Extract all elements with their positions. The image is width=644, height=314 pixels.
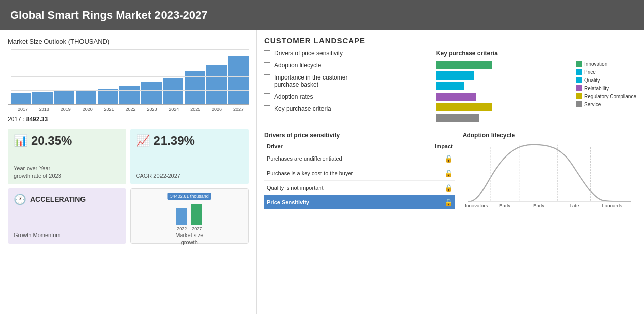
accelerating-title: ACCELERATING [30,195,86,203]
customer-list: Drivers of price sensitivityAdoption lif… [264,50,431,124]
chart-title: Market Size Outlook (THOUSAND) [8,38,249,45]
market-bar-chart [8,49,249,105]
svg-text:Early: Early [533,203,544,207]
bar-label-2018: 2018 [34,107,54,112]
adoption-chart: Innovators Early Adopters Early Majority… [463,142,636,207]
driver-row-3: Price Sensitivity🔒 [264,195,455,210]
market-growth-card: 34402.61 thousand 2022 2027 Market sizeg… [130,188,249,244]
list-item-0: Drivers of price sensitivity [264,50,431,57]
bar-2019 [54,91,74,104]
market-growth-label: Market sizegrowth [137,231,243,246]
year-label: 2017 [8,116,21,123]
customer-landscape-title: CUSTOMER LANDSCAPE [264,36,636,45]
col-impact: Impact [417,142,455,151]
bar-2026 [206,65,226,104]
bar-label-2022: 2022 [121,107,141,112]
bar-label-2023: 2023 [142,107,162,112]
drivers-title: Drivers of price sensitivity [264,132,455,139]
bar-2020 [76,90,96,104]
bar-label-2021: 2021 [99,107,119,112]
page-header: Global Smart Rings Market 2023-2027 [0,0,644,30]
bar-2021 [98,89,118,104]
bar-label-2027: 2027 [228,107,249,112]
left-panel: Market Size Outlook (THOUSAND) 201720182… [0,30,257,314]
kpc-bar-3 [436,93,571,101]
speedometer-icon: 🕐 [14,193,26,205]
list-item-1: Adoption lifecycle [264,62,431,69]
yoy-value: 20.35% [31,134,72,148]
bar-2018 [32,92,52,104]
kpc-legend-2: Quality [576,77,636,83]
kpc-section: Key purchase criteria InnovationPriceQua… [436,50,636,124]
growth-tooltip: 34402.61 thousand [168,193,211,200]
accelerating-label: Growth Momentum [14,231,120,239]
adoption-section: Adoption lifecycle Innovators [463,132,636,209]
kpc-legend-1: Price [576,69,636,75]
svg-text:Innovators: Innovators [465,203,488,207]
right-panel: CUSTOMER LANDSCAPE Drivers of price sens… [257,30,644,314]
bar-label-2026: 2026 [207,107,227,112]
bar-label-2024: 2024 [164,107,184,112]
bar-2025 [185,71,205,104]
chart-icon: 📊 [14,134,27,147]
page-title: Global Smart Rings Market 2023-2027 [10,9,208,22]
growth-year1: 2022 [177,226,187,231]
kpc-legend-3: Relatability [576,85,636,91]
kpc-bar-5 [436,114,571,122]
driver-row-2: Quality is not important🔒 [264,181,455,195]
adoption-title: Adoption lifecycle [463,132,636,139]
kpc-legend-5: Service [576,101,636,107]
yoy-card: 📊 20.35% Year-over-Yeargrowth rate of 20… [8,129,126,184]
list-item-2: Importance in the customerpurchase baske… [264,74,431,88]
year-value: 8492.33 [26,116,48,123]
col-driver: Driver [264,142,417,151]
list-item-3: Adoption rates [264,93,431,100]
cagr-label: CAGR 2022-2027 [136,172,243,179]
bar-label-2017: 2017 [13,107,33,112]
svg-text:Laggards: Laggards [602,203,622,207]
bar-label-2025: 2025 [185,107,205,112]
kpc-title: Key purchase criteria [436,50,636,57]
yoy-label: Year-over-Yeargrowth rate of 2023 [14,165,120,179]
trend-icon: 📈 [136,134,150,147]
kpc-legend-0: Innovation [576,61,636,67]
driver-row-1: Purchase is a key cost to the buyer🔒 [264,166,455,181]
svg-text:Early: Early [499,203,510,207]
bar-label-2019: 2019 [56,107,76,112]
list-item-4: Key purchase criteria [264,105,431,112]
kpc-bar-4 [436,103,571,111]
driver-row-0: Purchases are undifferentiated🔒 [264,151,455,166]
kpc-bar-1 [436,71,571,80]
cagr-card: 📈 21.39% CAGR 2022-2027 [130,129,249,184]
growth-year2: 2027 [192,226,202,231]
bar-label-2020: 2020 [77,107,98,112]
kpc-bar-2 [436,82,571,90]
bar-2017 [11,93,31,104]
bar-2024 [163,78,183,104]
bar-2023 [141,82,162,104]
accelerating-card: 🕐 ACCELERATING Growth Momentum [8,188,126,244]
kpc-legend-4: Regulatory Compliance [576,93,636,99]
bar-2022 [119,86,139,104]
kpc-bar-0 [436,61,571,69]
svg-text:Late: Late [570,203,579,207]
bar-2027 [228,56,249,104]
drivers-table: Driver Impact Purchases are undifferenti… [264,142,455,209]
cagr-value: 21.39% [154,134,195,148]
